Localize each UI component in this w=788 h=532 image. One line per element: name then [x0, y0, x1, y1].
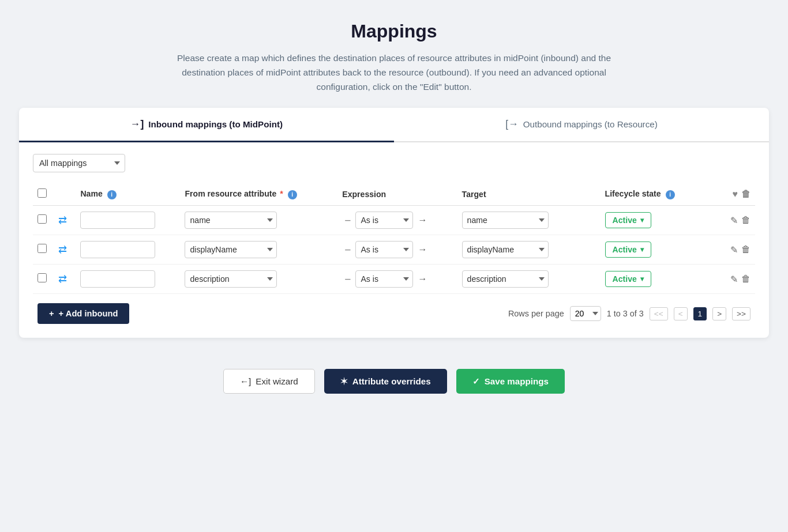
lifecycle-chevron-0: ▾: [640, 216, 644, 224]
current-page-button[interactable]: 1: [693, 307, 707, 320]
minus-icon-0: −: [342, 215, 353, 226]
attr-overrides-label: Attribute overrides: [352, 376, 431, 386]
from-attr-select-1[interactable]: displayName name displayName description…: [185, 241, 277, 258]
last-page-button[interactable]: >>: [732, 307, 751, 320]
filter-row: All mappings Active Inactive Deprecated: [33, 154, 755, 172]
rows-per-page-select[interactable]: 20 10 50 100: [570, 306, 601, 321]
tabs-container: →] Inbound mappings (to MidPoint) [→ Out…: [19, 108, 769, 142]
rows-per-page-label: Rows per page: [508, 309, 564, 318]
delete-icon-2[interactable]: 🗑: [741, 274, 751, 284]
arrow-icon-2: →: [415, 274, 429, 284]
delete-icon-1[interactable]: 🗑: [741, 244, 751, 255]
header-trash-icon[interactable]: 🗑: [741, 189, 751, 199]
main-card: →] Inbound mappings (to MidPoint) [→ Out…: [19, 108, 769, 338]
table-footer: + + Add inbound Rows per page 20 10 50 1…: [33, 294, 755, 326]
lifecycle-info-icon[interactable]: i: [666, 190, 675, 199]
select-all-checkbox[interactable]: [37, 188, 47, 198]
col-name-label: Name: [80, 189, 102, 198]
table-row: ⇄ displayName name displayName descripti…: [33, 235, 755, 265]
lifecycle-label-2: Active: [613, 274, 637, 284]
table-row: ⇄ name name displayName description emai…: [33, 206, 755, 235]
arrow-icon-0: →: [415, 215, 429, 225]
header-heart-icon[interactable]: ♥: [733, 189, 738, 199]
lifecycle-chevron-2: ▾: [640, 275, 644, 283]
tab-outbound[interactable]: [→ Outbound mappings (to Resource): [394, 108, 769, 142]
from-attr-select-0[interactable]: name name displayName description email: [185, 212, 277, 229]
add-inbound-plus-icon: +: [49, 309, 54, 318]
lifecycle-btn-0[interactable]: Active ▾: [605, 212, 651, 228]
exit-label: Exit wizard: [256, 376, 298, 386]
prev-page-button[interactable]: <: [674, 307, 688, 320]
save-mappings-button[interactable]: ✓ Save mappings: [456, 369, 565, 394]
minus-icon-2: −: [342, 274, 353, 285]
delete-icon-0[interactable]: 🗑: [741, 215, 751, 225]
edit-icon-1[interactable]: ✎: [730, 244, 738, 255]
sync-icon-2[interactable]: ⇄: [58, 273, 67, 285]
name-input-2[interactable]: [80, 270, 155, 288]
required-star: *: [280, 189, 283, 198]
row-checkbox-2[interactable]: [37, 273, 47, 282]
table-row: ⇄ description name displayName descripti…: [33, 265, 755, 294]
add-inbound-button[interactable]: + + Add inbound: [37, 303, 129, 324]
target-select-2[interactable]: description name displayName description…: [462, 270, 549, 288]
pagination-area: Rows per page 20 10 50 100 1 to 3 of 3 <…: [508, 306, 751, 321]
tab-inbound-label: Inbound mappings (to MidPoint): [148, 119, 283, 129]
lifecycle-btn-2[interactable]: Active ▾: [605, 271, 651, 287]
card-body: All mappings Active Inactive Deprecated …: [19, 142, 769, 338]
attribute-overrides-button[interactable]: ✶ Attribute overrides: [324, 369, 447, 394]
expr-select-1[interactable]: As is As is Script Literal: [355, 241, 413, 258]
sync-icon-0[interactable]: ⇄: [58, 214, 67, 226]
outbound-icon: [→: [505, 118, 518, 130]
edit-icon-0[interactable]: ✎: [730, 215, 738, 226]
edit-icon-2[interactable]: ✎: [730, 274, 738, 285]
from-attr-select-2[interactable]: description name displayName description…: [185, 270, 277, 288]
row-checkbox-0[interactable]: [37, 214, 47, 224]
page-title: Mappings: [169, 21, 619, 42]
lifecycle-btn-1[interactable]: Active ▾: [605, 242, 651, 258]
exit-icon: ←]: [240, 376, 251, 386]
page-info: 1 to 3 of 3: [607, 309, 644, 318]
target-select-0[interactable]: name name displayName description email: [462, 212, 549, 229]
target-select-1[interactable]: displayName name displayName description…: [462, 241, 549, 258]
name-info-icon[interactable]: i: [107, 190, 117, 199]
name-input-0[interactable]: [80, 212, 155, 229]
row-checkbox-1[interactable]: [37, 244, 47, 253]
bottom-actions: ←] Exit wizard ✶ Attribute overrides ✓ S…: [223, 355, 565, 411]
tab-outbound-label: Outbound mappings (to Resource): [523, 119, 658, 129]
save-icon: ✓: [472, 376, 480, 387]
arrow-icon-1: →: [415, 244, 429, 255]
col-from-label: From resource attribute: [185, 189, 276, 198]
col-expr-label: Expression: [342, 190, 386, 199]
exit-wizard-button[interactable]: ←] Exit wizard: [223, 369, 315, 394]
lifecycle-label-1: Active: [613, 245, 637, 254]
first-page-button[interactable]: <<: [650, 307, 668, 320]
col-target-label: Target: [462, 190, 486, 199]
inbound-icon: →]: [130, 118, 144, 130]
name-input-1[interactable]: [80, 241, 155, 258]
mappings-table: Name i From resource attribute * i Expre…: [33, 183, 755, 294]
from-info-icon[interactable]: i: [288, 190, 297, 199]
add-inbound-label: + Add inbound: [59, 309, 118, 318]
filter-select[interactable]: All mappings Active Inactive Deprecated: [33, 154, 125, 172]
save-label: Save mappings: [485, 376, 549, 386]
tab-inbound[interactable]: →] Inbound mappings (to MidPoint): [19, 108, 394, 142]
page-subtitle: Please create a map which defines the de…: [169, 51, 619, 94]
lifecycle-label-0: Active: [613, 216, 637, 225]
expr-select-2[interactable]: As is As is Script Literal: [355, 270, 413, 288]
minus-icon-1: −: [342, 244, 353, 255]
lifecycle-chevron-1: ▾: [640, 246, 644, 254]
next-page-button[interactable]: >: [712, 307, 726, 320]
attr-overrides-icon: ✶: [340, 376, 348, 387]
expr-select-0[interactable]: As is As is Script Literal: [355, 212, 413, 229]
sync-icon-1[interactable]: ⇄: [58, 244, 67, 255]
col-lifecycle-label: Lifecycle state: [605, 189, 661, 198]
